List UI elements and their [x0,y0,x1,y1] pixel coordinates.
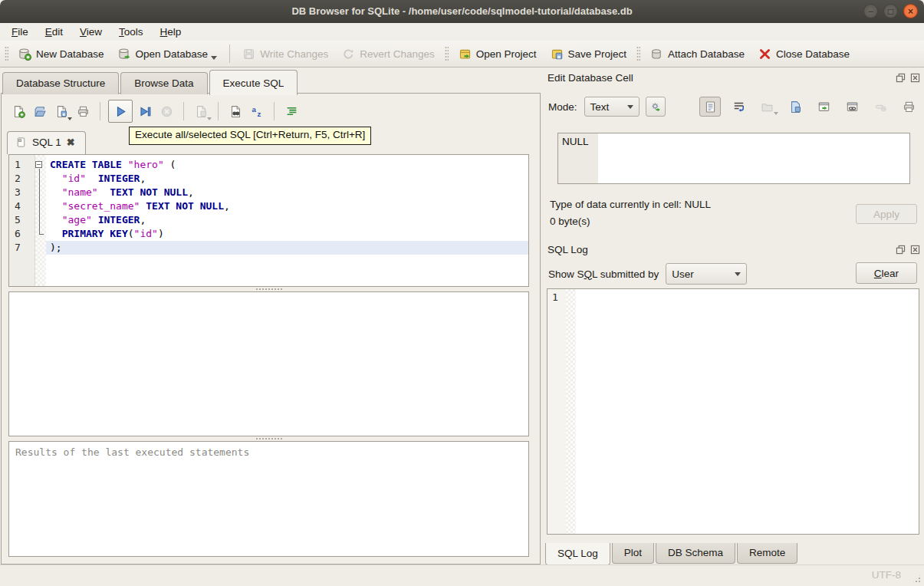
fold-collapse-icon[interactable] [35,161,42,168]
text-mode-icon [704,100,717,114]
clear-log-button[interactable]: Clear [856,262,917,284]
auto-switch-mode-button[interactable] [646,97,666,117]
log-gutter [547,289,566,534]
case-az-button[interactable]: az [246,100,268,122]
toolbar-drag-handle[interactable] [445,46,449,61]
line-number: 1 [9,158,35,172]
dock-header-buttons [895,244,921,255]
sql-tab-1[interactable]: SQL 1 ✖ [7,131,86,154]
fold-margin [35,199,46,213]
save-results-button[interactable] [190,100,212,122]
save-project-button[interactable]: Save Project [544,44,634,64]
code-line: 6 PRIMARY KEY("id") [9,227,528,241]
stop-execution-button[interactable] [156,100,177,122]
toolbar-button-label: Attach Database [668,48,745,60]
set-null-icon [874,100,887,114]
main-toolbar: New DatabaseOpen DatabaseWrite ChangesRe… [0,41,924,67]
import-data-button[interactable] [756,97,778,117]
titlebar[interactable]: DB Browser for SQLite - /home/user/code/… [0,0,924,24]
sql-log-view[interactable]: 1 [547,288,919,535]
print-sql-button[interactable] [72,100,94,122]
cell-editor-toolbar [699,97,919,117]
code-line: 3 "name" TEXT NOT NULL, [9,186,528,199]
resize-grip[interactable] [912,574,922,584]
set-null-button[interactable] [870,97,891,117]
editor-secondary-pane[interactable] [8,291,529,436]
cell-mode-row: Mode: Text [548,96,919,117]
open-database-button[interactable]: Open Database [111,44,225,64]
menu-view[interactable]: View [71,24,110,40]
toolbar-button-label: New Database [36,48,104,60]
minimize-button[interactable]: − [863,4,878,18]
close-tab-icon[interactable]: ✖ [67,137,75,148]
export-data-button[interactable] [784,97,806,117]
code-line: 4 "secret_name" TEXT NOT NULL, [9,199,528,213]
revert-changes-button[interactable]: Revert Changes [335,44,442,64]
db-browser-window: DB Browser for SQLite - /home/user/code/… [0,0,924,586]
toolbar-separator [218,102,219,120]
fold-margin [35,186,46,199]
encoding-indicator: UTF-8 [872,569,901,581]
copy-link-button[interactable] [841,97,863,117]
main-tab-bar: Database StructureBrowse DataExecute SQL [2,69,299,94]
open-sql-file-button[interactable] [29,100,51,122]
print-cell-button[interactable] [898,97,919,117]
tab-remote[interactable]: Remote [737,543,797,564]
menu-file[interactable]: File [3,24,37,40]
execute-current-line-button[interactable] [134,100,156,122]
word-wrap-toggle[interactable] [728,97,749,117]
execute-current-line-icon [139,105,152,118]
close-database-button[interactable]: Close Database [751,44,857,64]
close-database-icon [758,48,771,61]
float-dock-icon[interactable] [895,72,906,84]
menu-edit[interactable]: Edit [37,24,71,40]
tab-sql-log[interactable]: SQL Log [545,543,610,565]
cell-value-editor[interactable]: NULL [557,133,910,184]
tab-browse-data[interactable]: Browse Data [120,72,207,94]
attach-database-button[interactable]: Attach Database [643,44,751,64]
close-dock-icon[interactable] [909,72,921,84]
fold-margin[interactable] [35,158,46,172]
toolbar-drag-handle[interactable] [5,46,8,61]
menu-help[interactable]: Help [152,24,190,40]
mode-select[interactable]: Text [584,97,640,117]
execute-sql-button[interactable] [108,100,133,123]
open-in-external-button[interactable] [813,97,834,117]
find-replace-icon [229,105,242,118]
editor-lines: 1CREATE TABLE "hero" (2 "id" INTEGER,3 "… [9,158,528,255]
new-sql-tab-button[interactable] [8,100,29,122]
chevron-down-icon [735,272,741,276]
tab-db-schema[interactable]: DB Schema [656,543,735,564]
tab-execute-sql[interactable]: Execute SQL [209,70,298,95]
new-database-button[interactable]: New Database [12,44,111,64]
sql-editor[interactable]: 1CREATE TABLE "hero" (2 "id" INTEGER,3 "… [8,154,529,287]
find-replace-button[interactable] [225,100,246,122]
toolbar-button-label: Write Changes [260,48,328,60]
log-filter-select[interactable]: User [666,263,747,285]
code-text: "age" INTEGER, [46,213,528,227]
edit-cell-title: Edit Database Cell [547,72,633,84]
format-sql-button[interactable] [281,100,302,122]
float-dock-icon[interactable] [895,244,906,255]
sql-tab-label: SQL 1 [32,137,61,148]
sql-log-dock-header: SQL Log [544,241,922,258]
toolbar-drag-handle[interactable] [636,46,640,61]
print-sql-icon [77,105,90,118]
open-project-button[interactable]: Open Project [452,44,544,64]
save-sql-file-icon [55,105,68,118]
menubar: FileEditViewToolsHelp [0,23,924,41]
results-pane[interactable]: Results of the last executed statements [8,441,529,557]
close-dock-icon[interactable] [909,244,921,255]
close-button[interactable]: × [903,4,918,18]
text-mode-toggle[interactable] [699,97,721,117]
save-sql-file-button[interactable] [51,100,72,122]
word-wrap-icon [732,100,745,114]
write-changes-button[interactable]: Write Changes [235,44,335,64]
tab-plot[interactable]: Plot [612,543,654,564]
menu-tools[interactable]: Tools [110,24,152,40]
tab-database-structure[interactable]: Database Structure [2,72,119,94]
maximize-button[interactable]: □ [883,4,898,18]
window-title: DB Browser for SQLite - /home/user/code/… [0,0,924,23]
apply-button[interactable]: Apply [856,204,917,224]
sql-tab-bar: SQL 1 ✖ [7,130,86,154]
